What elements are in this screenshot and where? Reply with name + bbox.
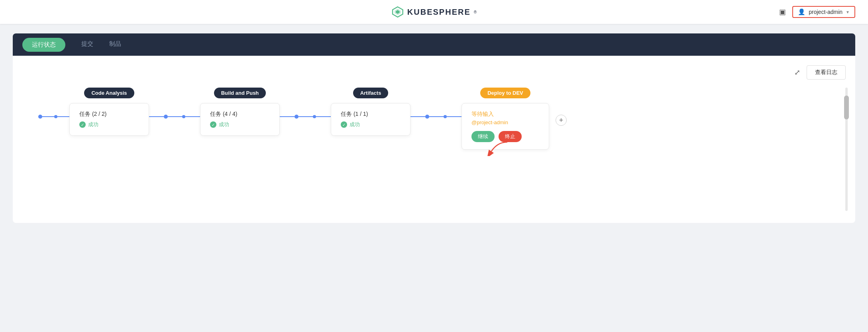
stage-artifacts: Artifacts 任务 (1 / 1) ✓ 成功 bbox=[331, 88, 410, 136]
arrow-indicator bbox=[485, 140, 509, 158]
view-log-button[interactable]: 查看日志 bbox=[807, 65, 846, 80]
main-content: 运行状态 提交 制品 ⤢ 查看日志 Code Analysis bbox=[0, 24, 868, 232]
header-right: ▣ 👤 project-admin ▼ bbox=[779, 6, 855, 18]
connector-2-3 bbox=[280, 115, 331, 119]
dot-1 bbox=[164, 115, 168, 119]
stage-code-analysis-task: 任务 (2 / 2) bbox=[79, 111, 139, 118]
initial-dot bbox=[38, 115, 42, 119]
stage-artifacts-task: 任务 (1 / 1) bbox=[341, 111, 401, 118]
notification-icon[interactable]: ▣ bbox=[779, 8, 786, 16]
pipeline-stages-row: Code Analysis 任务 (2 / 2) ✓ 成功 bbox=[22, 88, 846, 174]
user-name: project-admin bbox=[809, 9, 842, 15]
line-3 bbox=[185, 116, 200, 117]
stage-deploy-dev-label: Deploy to DEV bbox=[480, 88, 530, 98]
plus-area: + bbox=[556, 115, 567, 126]
line-7 bbox=[410, 116, 425, 117]
logo-text: KUBESPHERE bbox=[407, 8, 471, 17]
status-check-icon: ✓ bbox=[79, 121, 86, 128]
stage-code-analysis-label: Code Analysis bbox=[84, 88, 134, 98]
logo-area: KUBESPHERE® bbox=[391, 6, 477, 18]
pipeline-container: ⤢ 查看日志 Code Analysis 任务 (2 / 2) ✓ 成功 bbox=[13, 56, 855, 223]
scrollbar-thumb[interactable] bbox=[844, 96, 849, 119]
line-8 bbox=[429, 116, 444, 117]
expand-icon[interactable]: ⤢ bbox=[794, 68, 800, 77]
logo-registered: ® bbox=[474, 10, 477, 14]
dot-sm-3 bbox=[444, 115, 447, 118]
line-2 bbox=[168, 116, 183, 117]
dot-2 bbox=[295, 115, 298, 119]
line-5 bbox=[298, 116, 313, 117]
tab-run-status[interactable]: 运行状态 bbox=[22, 38, 65, 52]
waiting-user: @project-admin bbox=[471, 119, 539, 125]
scrollbar[interactable] bbox=[844, 88, 849, 211]
dot-sm-1 bbox=[182, 115, 185, 118]
line-6 bbox=[316, 116, 331, 117]
dot-3 bbox=[425, 115, 429, 119]
stage-code-analysis-status: ✓ 成功 bbox=[79, 121, 139, 128]
status-check-icon-3: ✓ bbox=[341, 121, 347, 128]
stage-build-push-label: Build and Push bbox=[214, 88, 266, 98]
connector-3-4 bbox=[410, 115, 461, 119]
status-check-icon-2: ✓ bbox=[210, 121, 216, 128]
arrow-svg bbox=[485, 140, 509, 156]
stage-artifacts-status: ✓ 成功 bbox=[341, 121, 401, 128]
line-1 bbox=[149, 116, 164, 117]
header: KUBESPHERE® ▣ 👤 project-admin ▼ bbox=[0, 0, 868, 24]
stage-build-push-task: 任务 (4 / 4) bbox=[210, 111, 270, 118]
user-badge[interactable]: 👤 project-admin ▼ bbox=[792, 6, 855, 18]
line-9 bbox=[447, 116, 461, 117]
stage-code-analysis-card: 任务 (2 / 2) ✓ 成功 bbox=[69, 103, 149, 136]
tab-commit[interactable]: 提交 bbox=[81, 33, 93, 56]
stage-artifacts-label: Artifacts bbox=[353, 88, 389, 98]
initial-line bbox=[42, 116, 54, 117]
waiting-text: 等待输入 bbox=[471, 111, 539, 118]
chevron-down-icon: ▼ bbox=[846, 10, 850, 14]
tab-artifacts[interactable]: 制品 bbox=[109, 33, 121, 56]
dot-sm-2 bbox=[313, 115, 316, 118]
add-stage-button[interactable]: + bbox=[556, 115, 567, 126]
tab-bar: 运行状态 提交 制品 bbox=[13, 33, 855, 56]
initial-line2 bbox=[57, 116, 69, 117]
stage-build-push-status: ✓ 成功 bbox=[210, 121, 270, 128]
pipeline-toolbar: ⤢ 查看日志 bbox=[22, 65, 846, 80]
stage-build-push-card: 任务 (4 / 4) ✓ 成功 bbox=[200, 103, 280, 136]
line-4 bbox=[280, 116, 295, 117]
scrollbar-track bbox=[845, 88, 848, 211]
stage-build-push: Build and Push 任务 (4 / 4) ✓ 成功 bbox=[200, 88, 280, 136]
stage-artifacts-card: 任务 (1 / 1) ✓ 成功 bbox=[331, 103, 410, 136]
kubesphere-logo-icon bbox=[391, 6, 404, 18]
connector-1-2 bbox=[149, 115, 200, 119]
initial-connector bbox=[38, 115, 69, 119]
initial-dot-sm bbox=[54, 115, 57, 118]
user-avatar-icon: 👤 bbox=[798, 8, 805, 16]
stage-deploy-dev: Deploy to DEV 等待输入 @project-admin 继续 终止 bbox=[461, 88, 549, 150]
stage-code-analysis: Code Analysis 任务 (2 / 2) ✓ 成功 bbox=[69, 88, 149, 136]
